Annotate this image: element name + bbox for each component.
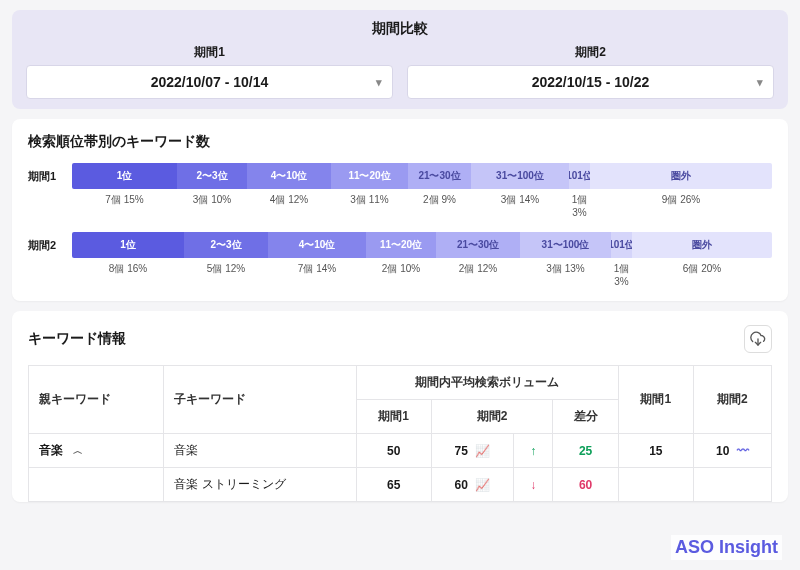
trend-arrow: ↓ — [514, 468, 553, 502]
period2-select[interactable]: 2022/10/15 - 10/22 ▾ — [407, 65, 774, 99]
rank-segment: 圏外 — [632, 232, 772, 258]
table-row: 音楽︿音楽5075 📈↑251510 〰 — [29, 434, 772, 468]
col-p1: 期間1 — [356, 400, 431, 434]
rank-row-period1: 期間1 1位2〜3位4〜10位11〜20位21〜30位31〜100位101位圏外… — [28, 163, 772, 218]
period2-value: 2022/10/15 - 10/22 — [532, 74, 650, 90]
rank-segment: 31〜100位 — [471, 163, 569, 189]
col-parent: 親キーワード — [29, 366, 164, 434]
rank-distribution-title: 検索順位帯別のキーワード数 — [28, 133, 772, 151]
col-right-p2: 期間2 — [693, 366, 771, 434]
rank-segment-text: 2個 10% — [366, 262, 436, 287]
trend-arrow: ↑ — [514, 434, 553, 468]
rank-segment: 圏外 — [590, 163, 772, 189]
keyword-info-card: キーワード情報 親キーワード 子キーワード 期間内平均検索ボリューム 期間1 期… — [12, 311, 788, 502]
parent-keyword: 音楽 — [39, 442, 63, 459]
rank-segment: 2〜3位 — [184, 232, 268, 258]
rank-text-period1: 7個 15%3個 10%4個 12%3個 11%2個 9%3個 14%1個 3%… — [72, 193, 772, 218]
chevron-down-icon: ▾ — [757, 76, 763, 89]
rank-segment: 11〜20位 — [331, 163, 408, 189]
col-right-p1: 期間1 — [618, 366, 693, 434]
chevron-down-icon: ▾ — [376, 76, 382, 89]
vol-period2: 75 📈 — [431, 434, 513, 468]
child-keyword: 音楽 — [164, 434, 356, 468]
child-keyword: 音楽 ストリーミング — [164, 468, 356, 502]
rank-segment: 2〜3位 — [177, 163, 247, 189]
rank-segment-text: 7個 14% — [268, 262, 366, 287]
diff-value: 25 — [553, 434, 618, 468]
rank-segment: 11〜20位 — [366, 232, 436, 258]
rank-segment-text: 7個 15% — [72, 193, 177, 218]
brand-logo: ASO Insight — [671, 535, 782, 560]
vol-period1: 65 — [356, 468, 431, 502]
period-compare-title: 期間比較 — [26, 20, 774, 38]
rank-segment: 101位 — [569, 163, 590, 189]
spark-icon[interactable]: 〰 — [737, 444, 749, 458]
right-period2 — [693, 468, 771, 502]
parent-keyword-cell[interactable]: 音楽︿ — [39, 442, 153, 459]
vol-period1: 50 — [356, 434, 431, 468]
rank-bar-period2: 1位2〜3位4〜10位11〜20位21〜30位31〜100位101位圏外 — [72, 232, 772, 258]
rank-segment-text: 2個 12% — [436, 262, 520, 287]
col-p2: 期間2 — [431, 400, 553, 434]
rank-segment: 1位 — [72, 163, 177, 189]
rank-row-period2: 期間2 1位2〜3位4〜10位11〜20位21〜30位31〜100位101位圏外… — [28, 232, 772, 287]
rank-segment-text: 2個 9% — [408, 193, 471, 218]
right-period1 — [618, 468, 693, 502]
rank-segment-text: 3個 13% — [520, 262, 611, 287]
diff-value: 60 — [553, 468, 618, 502]
rank-segment: 4〜10位 — [268, 232, 366, 258]
period-compare-panel: 期間比較 期間1 2022/10/07 - 10/14 ▾ 期間2 2022/1… — [12, 10, 788, 109]
keyword-table: 親キーワード 子キーワード 期間内平均検索ボリューム 期間1 期間2 期間1 期… — [28, 365, 772, 502]
rank-segment: 31〜100位 — [520, 232, 611, 258]
download-cloud-icon — [750, 331, 766, 347]
rank-segment: 1位 — [72, 232, 184, 258]
rank-segment-text: 1個 3% — [569, 193, 590, 218]
rank-row-label: 期間2 — [28, 232, 72, 253]
rank-segment-text: 3個 10% — [177, 193, 247, 218]
table-row: 音楽 ストリーミング6560 📈↓60 — [29, 468, 772, 502]
rank-segment: 21〜30位 — [408, 163, 471, 189]
rank-segment-text: 4個 12% — [247, 193, 331, 218]
rank-segment-text: 3個 14% — [471, 193, 569, 218]
rank-segment-text: 9個 26% — [590, 193, 772, 218]
rank-segment: 4〜10位 — [247, 163, 331, 189]
rank-bar-period1: 1位2〜3位4〜10位11〜20位21〜30位31〜100位101位圏外 — [72, 163, 772, 189]
rank-distribution-card: 検索順位帯別のキーワード数 期間1 1位2〜3位4〜10位11〜20位21〜30… — [12, 119, 788, 301]
rank-row-label: 期間1 — [28, 163, 72, 184]
col-group-avg-volume: 期間内平均検索ボリューム — [356, 366, 618, 400]
col-diff: 差分 — [553, 400, 618, 434]
right-period2: 10 〰 — [693, 434, 771, 468]
right-period1: 15 — [618, 434, 693, 468]
rank-segment-text: 3個 11% — [331, 193, 408, 218]
rank-segment: 21〜30位 — [436, 232, 520, 258]
rank-segment-text: 6個 20% — [632, 262, 772, 287]
rank-segment-text: 8個 16% — [72, 262, 184, 287]
col-child: 子キーワード — [164, 366, 356, 434]
chevron-up-icon: ︿ — [73, 444, 83, 458]
rank-segment-text: 1個 3% — [611, 262, 632, 287]
rank-segment-text: 5個 12% — [184, 262, 268, 287]
period1-select[interactable]: 2022/10/07 - 10/14 ▾ — [26, 65, 393, 99]
period1-value: 2022/10/07 - 10/14 — [151, 74, 269, 90]
period1-label: 期間1 — [26, 44, 393, 61]
download-button[interactable] — [744, 325, 772, 353]
rank-text-period2: 8個 16%5個 12%7個 14%2個 10%2個 12%3個 13%1個 3… — [72, 262, 772, 287]
rank-segment: 101位 — [611, 232, 632, 258]
chart-icon[interactable]: 📈 — [475, 478, 490, 492]
period2-label: 期間2 — [407, 44, 774, 61]
keyword-info-title: キーワード情報 — [28, 330, 126, 348]
chart-icon[interactable]: 📈 — [475, 444, 490, 458]
vol-period2: 60 📈 — [431, 468, 513, 502]
